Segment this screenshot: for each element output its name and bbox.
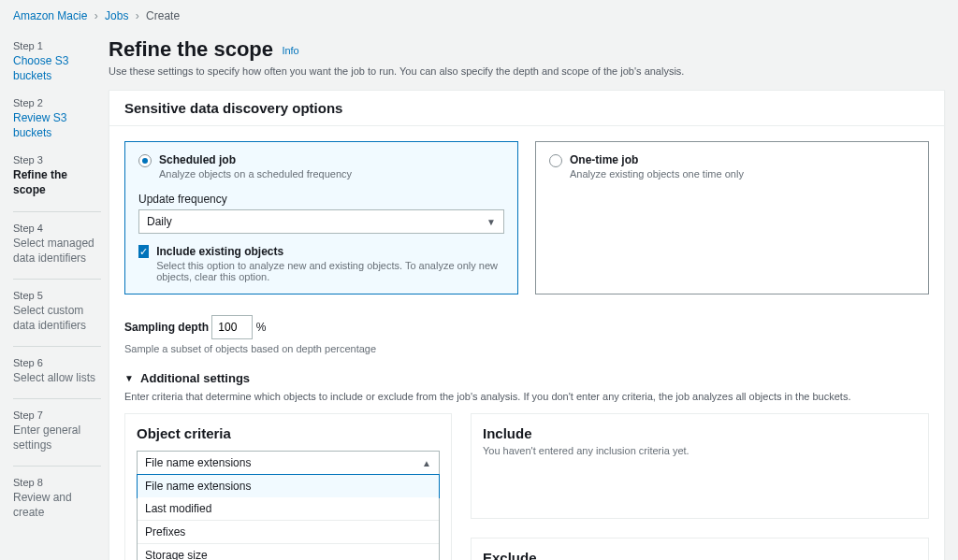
caret-down-icon: ▼ [124,373,134,383]
object-criteria-combo[interactable]: File name extensions ▲ [137,451,440,475]
object-criteria-dropdown[interactable]: File name extensions Last modified Prefi… [137,474,440,560]
wizard-step-7: Step 7 Enter general settings [13,409,101,452]
object-criteria-title: Object criteria [137,425,440,441]
radio-onetime[interactable] [549,154,562,167]
onetime-job-title: One-time job [570,153,744,166]
scheduled-job-option[interactable]: Scheduled job Analyze objects on a sched… [124,141,518,294]
dropdown-option[interactable]: Last modified [138,497,439,521]
wizard-step-6: Step 6 Select allow lists [13,356,101,385]
sampling-depth-help: Sample a subset of objects based on dept… [124,343,929,354]
percent-label: % [256,321,267,334]
wizard-steps: Step 1 Choose S3 buckets Step 2 Review S… [0,28,101,560]
onetime-job-option[interactable]: One-time job Analyze existing objects on… [535,141,929,294]
info-link[interactable]: Info [282,45,298,56]
object-criteria-combo-value: File name extensions [145,456,251,469]
include-existing-desc: Select this option to analyze new and ex… [156,260,504,282]
breadcrumb-jobs[interactable]: Jobs [105,9,128,22]
update-frequency-label: Update frequency [138,193,504,206]
main-content: Refine the scope Info Use these settings… [101,28,958,560]
scheduled-job-desc: Analyze objects on a scheduled frequency [159,168,352,179]
include-panel: Include You haven't entered any inclusio… [471,413,929,519]
update-frequency-value: Daily [147,215,172,228]
wizard-step-1[interactable]: Step 1 Choose S3 buckets [13,39,101,83]
exclude-panel: Exclude You haven't entered any exclusio… [471,538,929,560]
wizard-step-4: Step 4 Select managed data identifiers [13,222,101,266]
dropdown-option[interactable]: Storage size [138,544,439,560]
breadcrumb-current: Create [146,9,180,22]
chevron-right-icon: › [136,9,139,22]
breadcrumb-root[interactable]: Amazon Macie [13,9,87,22]
wizard-step-8: Step 8 Review and create [13,476,101,520]
include-existing-checkbox[interactable]: ✓ [138,245,149,258]
scheduled-job-title: Scheduled job [159,153,352,166]
radio-scheduled[interactable] [138,154,152,167]
wizard-step-5: Step 5 Select custom data identifiers [13,289,101,333]
additional-settings-desc: Enter criteria that determine which obje… [124,391,929,402]
page-title: Refine the scope [109,37,273,62]
exclude-title: Exclude [483,550,917,560]
sampling-depth-input[interactable] [211,315,253,339]
caret-down-icon: ▼ [486,217,496,227]
wizard-step-2[interactable]: Step 2 Review S3 buckets [13,96,101,140]
object-criteria-panel: Object criteria File name extensions ▲ F… [124,413,452,560]
discovery-options-panel: Sensitive data discovery options Schedul… [109,90,945,560]
onetime-job-desc: Analyze existing objects one time only [570,168,744,179]
include-existing-label: Include existing objects [156,245,504,258]
discovery-options-header: Sensitive data discovery options [109,91,944,126]
update-frequency-select[interactable]: Daily ▼ [138,209,504,234]
sampling-depth-label: Sampling depth [124,321,209,334]
wizard-step-3[interactable]: Step 3 Refine the scope [13,153,101,197]
include-title: Include [483,425,917,441]
dropdown-option[interactable]: File name extensions [137,474,440,498]
breadcrumb: Amazon Macie › Jobs › Create [0,0,958,28]
caret-up-icon: ▲ [422,458,431,468]
additional-settings-toggle[interactable]: ▼ Additional settings [124,371,929,385]
dropdown-option[interactable]: Prefixes [138,521,439,544]
chevron-right-icon: › [94,9,98,22]
page-subheading: Use these settings to specify how often … [109,65,945,77]
include-empty: You haven't entered any inclusion criter… [483,445,917,456]
